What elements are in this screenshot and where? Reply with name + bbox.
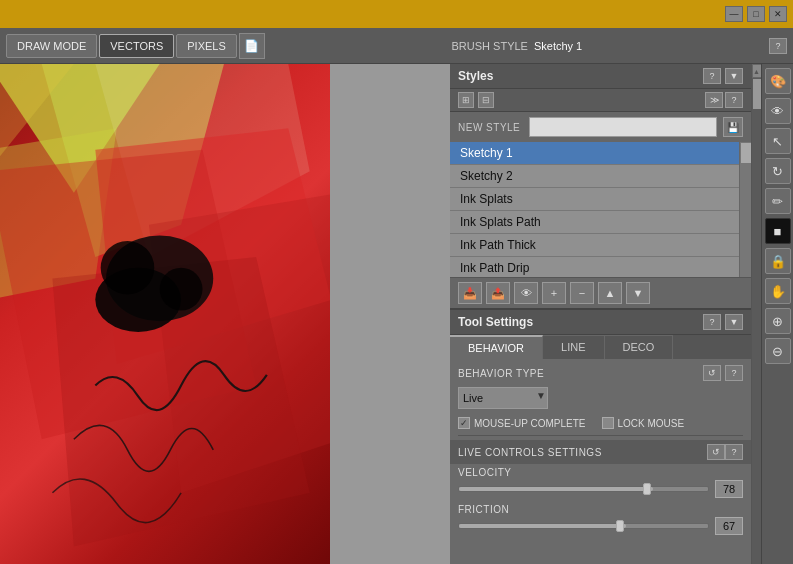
behavior-help[interactable]: ? [725,365,743,381]
lock-mouse-cb [602,417,614,429]
action-export[interactable]: 📤 [486,282,510,304]
styles-scrollbar[interactable] [739,142,751,277]
titlebar: — □ ✕ [0,0,793,28]
live-select[interactable]: Live Event Pressure [458,387,548,409]
maximize-button[interactable]: □ [747,6,765,22]
lock-icon-button[interactable]: 🔒 [765,248,791,274]
lock-mouse-checkbox[interactable]: LOCK MOUSE [602,417,685,429]
scroll-thumb [753,79,761,109]
mouse-up-checkbox[interactable]: ✓ MOUSE-UP COMPLETE [458,417,586,429]
rotate-icon-button[interactable]: ↻ [765,158,791,184]
style-list-item[interactable]: Ink Path Drip [450,257,739,277]
styles-list-items: Sketchy 1Sketchy 2Ink SplatsInk Splats P… [450,142,739,277]
panel-icon-1[interactable]: ⊞ [458,92,474,108]
panel-help2[interactable]: ? [725,92,743,108]
style-list-item[interactable]: Ink Splats [450,188,739,211]
style-list-item[interactable]: Ink Splats Path [450,211,739,234]
zoom-out-button[interactable]: ⊖ [765,338,791,364]
cursor-icon-button[interactable]: ↖ [765,128,791,154]
hand-icon-button[interactable]: ✋ [765,278,791,304]
velocity-row: VELOCITY 78 [450,464,751,501]
styles-header-buttons: ? ▼ [703,68,743,84]
middle-area [330,64,450,564]
tool-settings-collapse[interactable]: ▼ [725,314,743,330]
app-body: Styles ? ▼ ⊞ ⊟ ≫ ? NEW STYLE 💾 [0,64,793,564]
save-style-button[interactable]: 💾 [723,117,743,137]
vectors-button[interactable]: VECTORS [99,34,174,58]
live-controls-help[interactable]: ? [725,444,743,460]
right-icons: 🎨 👁 ↖ ↻ ✏ ■ 🔒 ✋ ⊕ ⊖ [761,64,793,564]
styles-collapse-button[interactable]: ▼ [725,68,743,84]
velocity-slider-container: 78 [458,480,743,498]
tab-line[interactable]: LINE [543,335,604,359]
friction-label: FRICTION [458,504,743,515]
style-list-item[interactable]: Sketchy 2 [450,165,739,188]
tab-deco[interactable]: DECO [605,335,674,359]
file-icon-button[interactable]: 📄 [239,33,265,59]
action-up[interactable]: ▲ [598,282,622,304]
action-import[interactable]: 📥 [458,282,482,304]
help-button-toolbar[interactable]: ? [769,38,787,54]
friction-slider-container: 67 [458,517,743,535]
styles-panel-title: Styles [458,69,493,83]
checkbox-row: ✓ MOUSE-UP COMPLETE LOCK MOUSE [450,413,751,435]
friction-track[interactable] [458,523,709,529]
styles-panel: Styles ? ▼ ⊞ ⊟ ≫ ? NEW STYLE 💾 [450,64,751,310]
velocity-fill [459,487,653,491]
top-toolbar: DRAW MODE VECTORS PIXELS 📄 BRUSH STYLE S… [0,28,793,64]
pixels-button[interactable]: PIXELS [176,34,237,58]
mouse-up-cb: ✓ [458,417,470,429]
brush-style-value: Sketchy 1 [534,40,582,52]
scroll-up-button[interactable]: ▲ [752,64,762,78]
styles-list: Sketchy 1Sketchy 2Ink SplatsInk Splats P… [450,142,751,277]
action-eye[interactable]: 👁 [514,282,538,304]
brush-style-label: BRUSH STYLE [452,40,528,52]
pen-icon-button[interactable]: ✏ [765,188,791,214]
zoom-in-button[interactable]: ⊕ [765,308,791,334]
eye-icon-button[interactable]: 👁 [765,98,791,124]
draw-mode-button[interactable]: DRAW MODE [6,34,97,58]
style-list-item[interactable]: Sketchy 1 [450,142,739,165]
new-style-label: NEW STYLE [458,122,523,133]
action-add[interactable]: + [542,282,566,304]
style-list-item[interactable]: Ink Path Thick [450,234,739,257]
tool-settings-header-btns: ? ▼ [703,314,743,330]
paint-icon-button[interactable]: 🎨 [765,68,791,94]
panel-expand[interactable]: ≫ [705,92,723,108]
new-style-input[interactable] [529,117,717,137]
styles-actions: 📥 📤 👁 + − ▲ ▼ [450,277,751,308]
minimize-button[interactable]: — [725,6,743,22]
panel-icon-2[interactable]: ⊟ [478,92,494,108]
tab-behavior[interactable]: BEHAVIOR [450,335,543,359]
action-remove[interactable]: − [570,282,594,304]
behavior-reset[interactable]: ↺ [703,365,721,381]
live-controls-reset[interactable]: ↺ [707,444,725,460]
svg-point-12 [160,268,203,311]
behavior-type-row: BEHAVIOR TYPE ↺ ? [450,359,751,385]
action-down[interactable]: ▼ [626,282,650,304]
friction-row: FRICTION 67 [450,501,751,538]
friction-value: 67 [715,517,743,535]
velocity-value: 78 [715,480,743,498]
velocity-track[interactable] [458,486,709,492]
lock-mouse-label: LOCK MOUSE [618,418,685,429]
behavior-select-row: Live Event Pressure ▼ [450,385,751,413]
black-square-button[interactable]: ■ [765,218,791,244]
live-controls-header: LIVE CONTROLS SETTINGS ↺ ? [450,440,751,464]
close-button[interactable]: ✕ [769,6,787,22]
velocity-thumb[interactable] [643,483,651,495]
velocity-label: VELOCITY [458,467,743,478]
styles-help-button[interactable]: ? [703,68,721,84]
tool-settings-panel: Tool Settings ? ▼ BEHAVIOR LINE DECO BEH… [450,310,751,564]
canvas-area [0,64,330,564]
tab-bar: BEHAVIOR LINE DECO [450,335,751,359]
styles-panel-header: Styles ? ▼ [450,64,751,89]
friction-fill [459,524,626,528]
vertical-scrollbar: ▲ ▼ [751,64,761,564]
live-select-wrapper: Live Event Pressure ▼ [458,387,548,409]
behavior-type-label: BEHAVIOR TYPE [458,368,699,379]
svg-point-11 [101,241,155,295]
tool-settings-help[interactable]: ? [703,314,721,330]
friction-thumb[interactable] [616,520,624,532]
styles-scroll-thumb [741,143,751,163]
